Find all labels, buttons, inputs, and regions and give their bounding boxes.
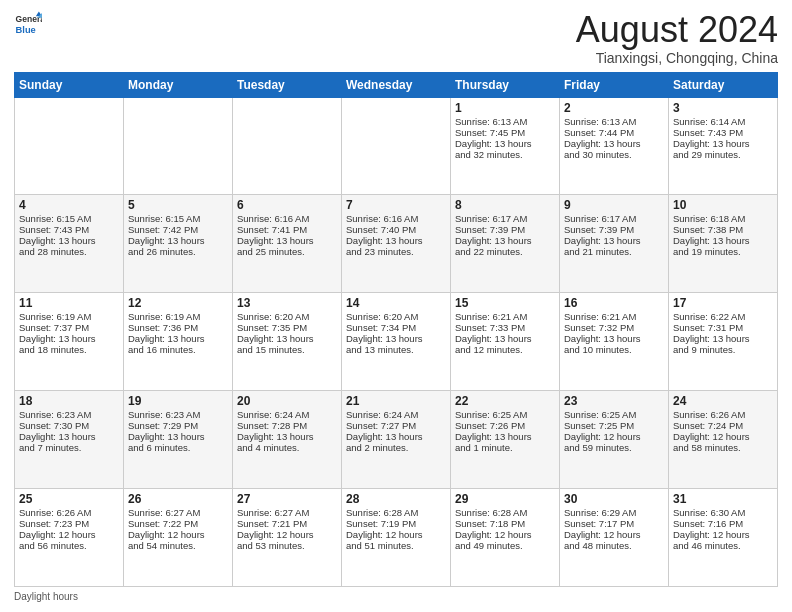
weekday-header-tuesday: Tuesday [233,72,342,97]
calendar-cell: 4Sunrise: 6:15 AMSunset: 7:43 PMDaylight… [15,195,124,293]
day-number: 1 [455,101,555,115]
day-info-line: Daylight: 13 hours [19,431,119,442]
day-info-line: Sunset: 7:32 PM [564,322,664,333]
calendar-cell: 17Sunrise: 6:22 AMSunset: 7:31 PMDayligh… [669,293,778,391]
day-info-line: Sunset: 7:42 PM [128,224,228,235]
day-info-line: Sunrise: 6:13 AM [455,116,555,127]
day-info-line: Sunset: 7:34 PM [346,322,446,333]
day-info-line: Sunset: 7:18 PM [455,518,555,529]
day-info-line: and 6 minutes. [128,442,228,453]
calendar-cell: 26Sunrise: 6:27 AMSunset: 7:22 PMDayligh… [124,489,233,587]
day-info-line: Sunrise: 6:21 AM [455,311,555,322]
day-info-line: Sunrise: 6:28 AM [346,507,446,518]
title-block: August 2024 Tianxingsi, Chongqing, China [576,10,778,66]
day-info-line: and 2 minutes. [346,442,446,453]
day-info-line: Daylight: 12 hours [564,529,664,540]
day-number: 4 [19,198,119,212]
day-info-line: and 58 minutes. [673,442,773,453]
day-info-line: Sunrise: 6:20 AM [346,311,446,322]
day-info-line: and 29 minutes. [673,149,773,160]
day-info-line: Sunrise: 6:17 AM [455,213,555,224]
day-info-line: and 18 minutes. [19,344,119,355]
day-info-line: Daylight: 13 hours [564,235,664,246]
week-row-5: 25Sunrise: 6:26 AMSunset: 7:23 PMDayligh… [15,489,778,587]
day-info-line: Daylight: 13 hours [237,235,337,246]
day-info-line: Sunset: 7:27 PM [346,420,446,431]
day-number: 25 [19,492,119,506]
day-info-line: Sunset: 7:43 PM [673,127,773,138]
day-info-line: Sunrise: 6:22 AM [673,311,773,322]
day-number: 7 [346,198,446,212]
calendar-cell: 1Sunrise: 6:13 AMSunset: 7:45 PMDaylight… [451,97,560,195]
week-row-2: 4Sunrise: 6:15 AMSunset: 7:43 PMDaylight… [15,195,778,293]
calendar-cell: 25Sunrise: 6:26 AMSunset: 7:23 PMDayligh… [15,489,124,587]
day-info-line: Daylight: 13 hours [237,333,337,344]
day-info-line: Daylight: 13 hours [128,333,228,344]
day-info-line: and 51 minutes. [346,540,446,551]
day-info-line: Sunset: 7:30 PM [19,420,119,431]
calendar-cell: 18Sunrise: 6:23 AMSunset: 7:30 PMDayligh… [15,391,124,489]
day-info-line: Sunrise: 6:17 AM [564,213,664,224]
calendar-cell: 9Sunrise: 6:17 AMSunset: 7:39 PMDaylight… [560,195,669,293]
calendar-cell: 5Sunrise: 6:15 AMSunset: 7:42 PMDaylight… [124,195,233,293]
day-info-line: Daylight: 13 hours [564,138,664,149]
day-info-line: Daylight: 13 hours [19,333,119,344]
day-info-line: and 54 minutes. [128,540,228,551]
day-info-line: and 21 minutes. [564,246,664,257]
day-number: 16 [564,296,664,310]
weekday-header-wednesday: Wednesday [342,72,451,97]
day-info-line: Sunrise: 6:15 AM [128,213,228,224]
day-info-line: Sunset: 7:21 PM [237,518,337,529]
calendar-cell: 16Sunrise: 6:21 AMSunset: 7:32 PMDayligh… [560,293,669,391]
day-info-line: Sunset: 7:40 PM [346,224,446,235]
day-info-line: and 28 minutes. [19,246,119,257]
day-info-line: Daylight: 12 hours [455,529,555,540]
day-info-line: and 1 minute. [455,442,555,453]
day-info-line: Sunset: 7:38 PM [673,224,773,235]
footer-note: Daylight hours [14,591,778,602]
month-year-title: August 2024 [576,10,778,50]
weekday-header-thursday: Thursday [451,72,560,97]
day-number: 29 [455,492,555,506]
day-number: 18 [19,394,119,408]
calendar-cell: 15Sunrise: 6:21 AMSunset: 7:33 PMDayligh… [451,293,560,391]
day-info-line: Sunrise: 6:18 AM [673,213,773,224]
day-info-line: and 59 minutes. [564,442,664,453]
day-info-line: Daylight: 12 hours [128,529,228,540]
day-info-line: Daylight: 13 hours [455,235,555,246]
calendar-cell [15,97,124,195]
day-info-line: Sunrise: 6:15 AM [19,213,119,224]
calendar-cell: 30Sunrise: 6:29 AMSunset: 7:17 PMDayligh… [560,489,669,587]
day-number: 6 [237,198,337,212]
day-info-line: Sunset: 7:39 PM [455,224,555,235]
day-info-line: and 13 minutes. [346,344,446,355]
calendar-cell: 2Sunrise: 6:13 AMSunset: 7:44 PMDaylight… [560,97,669,195]
day-info-line: Sunset: 7:23 PM [19,518,119,529]
calendar-cell: 7Sunrise: 6:16 AMSunset: 7:40 PMDaylight… [342,195,451,293]
calendar-cell [233,97,342,195]
weekday-header-friday: Friday [560,72,669,97]
calendar-cell: 22Sunrise: 6:25 AMSunset: 7:26 PMDayligh… [451,391,560,489]
day-info-line: and 23 minutes. [346,246,446,257]
calendar-cell: 19Sunrise: 6:23 AMSunset: 7:29 PMDayligh… [124,391,233,489]
day-info-line: Sunrise: 6:27 AM [237,507,337,518]
day-number: 8 [455,198,555,212]
day-info-line: Sunset: 7:37 PM [19,322,119,333]
day-number: 5 [128,198,228,212]
day-info-line: Sunrise: 6:14 AM [673,116,773,127]
calendar-cell [124,97,233,195]
day-info-line: Sunset: 7:26 PM [455,420,555,431]
day-info-line: and 30 minutes. [564,149,664,160]
day-number: 31 [673,492,773,506]
calendar-cell [342,97,451,195]
day-info-line: and 25 minutes. [237,246,337,257]
calendar-cell: 6Sunrise: 6:16 AMSunset: 7:41 PMDaylight… [233,195,342,293]
calendar-cell: 12Sunrise: 6:19 AMSunset: 7:36 PMDayligh… [124,293,233,391]
calendar-cell: 10Sunrise: 6:18 AMSunset: 7:38 PMDayligh… [669,195,778,293]
day-info-line: and 9 minutes. [673,344,773,355]
day-info-line: Sunset: 7:41 PM [237,224,337,235]
day-info-line: Daylight: 13 hours [673,235,773,246]
day-info-line: Sunset: 7:33 PM [455,322,555,333]
day-number: 17 [673,296,773,310]
day-info-line: Sunrise: 6:26 AM [673,409,773,420]
